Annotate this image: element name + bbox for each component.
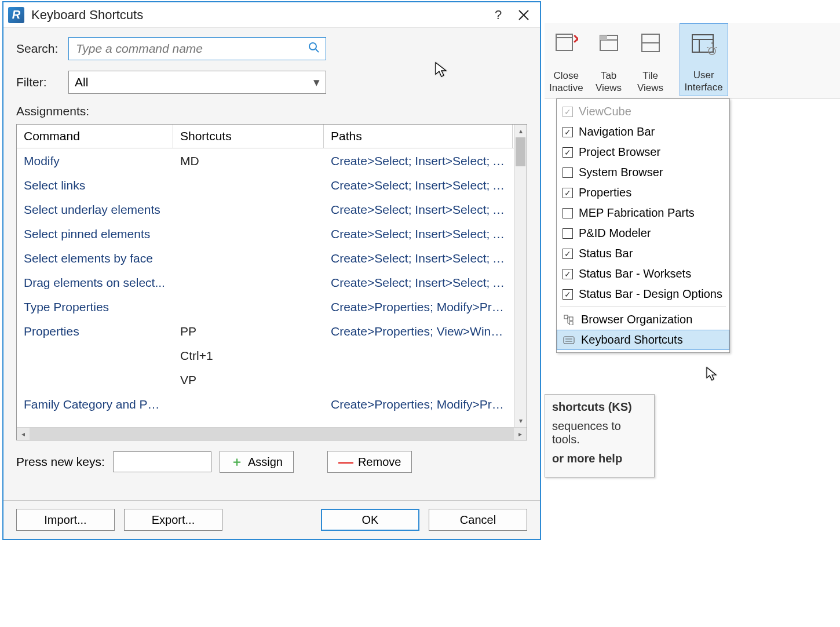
keyboard-icon bbox=[563, 336, 575, 344]
close-inactive-button[interactable]: ✕ Close Inactive bbox=[545, 23, 588, 96]
filter-value: All bbox=[75, 75, 88, 89]
import-button[interactable]: Import... bbox=[16, 509, 115, 531]
table-row[interactable]: Select elements by faceCreate>Select; In… bbox=[17, 246, 527, 270]
tab-views-button[interactable]: Tab Views bbox=[588, 23, 630, 96]
checkbox-icon: ✓ bbox=[563, 127, 573, 137]
help-button[interactable]: ? bbox=[485, 3, 511, 27]
checkbox-icon: ✓ bbox=[563, 289, 573, 300]
checkbox-icon bbox=[563, 167, 573, 178]
column-shortcuts[interactable]: Shortcuts bbox=[173, 125, 324, 148]
cell-shortcut bbox=[173, 270, 324, 294]
chevron-down-icon: ▾ bbox=[313, 75, 320, 89]
dialog-footer: Import... Export... OK Cancel bbox=[3, 500, 540, 539]
search-input[interactable] bbox=[75, 41, 308, 56]
cell-shortcut bbox=[173, 246, 324, 270]
menu-item-properties[interactable]: ✓Properties bbox=[557, 183, 729, 203]
cell-path bbox=[324, 367, 513, 392]
remove-button[interactable]: — Remove bbox=[327, 451, 412, 473]
tree-icon bbox=[563, 315, 575, 325]
horizontal-scrollbar[interactable]: ◂ ▸ bbox=[17, 427, 527, 440]
close-inactive-icon: ✕ bbox=[552, 29, 580, 57]
svg-rect-13 bbox=[569, 322, 573, 325]
press-keys-label: Press new keys: bbox=[16, 455, 105, 469]
menu-item-system-browser[interactable]: System Browser bbox=[557, 162, 729, 183]
assign-label: Assign bbox=[248, 455, 283, 469]
svg-rect-14 bbox=[564, 337, 574, 344]
cell-path: Create>Select; Insert>Select; Ann... bbox=[324, 246, 513, 270]
filter-select[interactable]: All ▾ bbox=[68, 71, 326, 94]
keyboard-shortcuts-dialog: R Keyboard Shortcuts ? Search: Filter: A… bbox=[2, 1, 541, 540]
menu-item-navigation-bar[interactable]: ✓Navigation Bar bbox=[557, 122, 729, 142]
menu-item-keyboard-shortcuts[interactable]: Keyboard Shortcuts bbox=[557, 330, 729, 350]
scroll-up-icon[interactable]: ▴ bbox=[514, 125, 527, 137]
svg-text:✕: ✕ bbox=[572, 32, 578, 46]
menu-item-label: ViewCube bbox=[579, 105, 631, 118]
column-command[interactable]: Command bbox=[17, 125, 173, 148]
export-button[interactable]: Export... bbox=[124, 509, 222, 531]
ok-button[interactable]: OK bbox=[321, 509, 419, 531]
cell-path: Create>Select; Insert>Select; Ann... bbox=[324, 221, 513, 246]
menu-item-mep-fabrication-parts[interactable]: MEP Fabrication Parts bbox=[557, 203, 729, 223]
table-row[interactable]: Family Category and Par...Create>Propert… bbox=[17, 392, 527, 416]
table-row[interactable]: Ctrl+1 bbox=[17, 343, 527, 367]
cell-path: Create>Properties; View>Windo... bbox=[324, 319, 513, 343]
cancel-button[interactable]: Cancel bbox=[429, 509, 527, 531]
cell-path: Create>Select; Insert>Select; Ann... bbox=[324, 173, 513, 197]
cell-command: Select pinned elements bbox=[17, 221, 173, 246]
hscroll-track[interactable] bbox=[30, 428, 514, 440]
cell-path: Create>Select; Insert>Select; Ann... bbox=[324, 270, 513, 294]
svg-rect-11 bbox=[564, 315, 568, 319]
tooltip-help: or more help bbox=[552, 452, 622, 465]
user-interface-icon bbox=[690, 30, 718, 57]
table-row[interactable]: Drag elements on select...Create>Select;… bbox=[17, 270, 527, 294]
scroll-left-icon[interactable]: ◂ bbox=[17, 430, 30, 438]
search-icon[interactable] bbox=[308, 42, 320, 56]
menu-item-status-bar-design-options[interactable]: ✓Status Bar - Design Options bbox=[557, 284, 729, 304]
table-header: Command Shortcuts Paths bbox=[17, 125, 527, 148]
scroll-right-icon[interactable]: ▸ bbox=[514, 430, 527, 438]
table-row[interactable]: Select linksCreate>Select; Insert>Select… bbox=[17, 173, 527, 197]
vertical-scrollbar[interactable]: ▴ ▾ bbox=[514, 125, 527, 427]
close-button[interactable] bbox=[511, 3, 536, 27]
cursor-icon bbox=[706, 366, 718, 384]
menu-item-p-id-modeler[interactable]: P&ID Modeler bbox=[557, 223, 729, 243]
menu-item-label: Project Browser bbox=[579, 145, 660, 159]
table-row[interactable]: ModifyMDCreate>Select; Insert>Select; An… bbox=[17, 148, 527, 173]
menu-item-project-browser[interactable]: ✓Project Browser bbox=[557, 142, 729, 162]
close-icon bbox=[518, 10, 529, 20]
table-row[interactable]: Select underlay elementsCreate>Select; I… bbox=[17, 197, 527, 221]
user-interface-label: User Interface bbox=[685, 70, 723, 93]
menu-item-label: Navigation Bar bbox=[579, 125, 655, 138]
table-row[interactable]: Select pinned elementsCreate>Select; Ins… bbox=[17, 221, 527, 246]
menu-item-label: Properties bbox=[579, 186, 631, 199]
column-paths[interactable]: Paths bbox=[324, 125, 513, 148]
scroll-down-icon[interactable]: ▾ bbox=[514, 414, 527, 427]
menu-item-browser-organization[interactable]: Browser Organization bbox=[557, 309, 729, 330]
menu-separator bbox=[560, 307, 726, 307]
user-interface-button[interactable]: User Interface bbox=[680, 23, 728, 96]
search-box[interactable] bbox=[68, 37, 326, 60]
table-row[interactable]: PropertiesPPCreate>Properties; View>Wind… bbox=[17, 319, 527, 343]
ribbon-section: ✕ Close Inactive Tab Views Tile Views Us… bbox=[545, 23, 840, 99]
cell-path: Create>Properties; Modify>Prope... bbox=[324, 392, 513, 416]
checkbox-icon bbox=[563, 228, 573, 239]
tile-views-button[interactable]: Tile Views bbox=[630, 23, 671, 96]
menu-item-status-bar[interactable]: ✓Status Bar bbox=[557, 243, 729, 264]
search-label: Search: bbox=[16, 42, 68, 56]
menu-item-label: Status Bar bbox=[579, 247, 633, 260]
assign-button[interactable]: ＋ Assign bbox=[220, 451, 294, 473]
table-row[interactable]: VP bbox=[17, 367, 527, 392]
tile-views-icon bbox=[637, 29, 664, 57]
table-row[interactable]: Type PropertiesCreate>Properties; Modify… bbox=[17, 294, 527, 319]
checkbox-icon: ✓ bbox=[563, 249, 573, 259]
press-keys-input[interactable] bbox=[113, 451, 211, 472]
cell-path: Create>Select; Insert>Select; Ann... bbox=[324, 197, 513, 221]
menu-item-status-bar-worksets[interactable]: ✓Status Bar - Worksets bbox=[557, 264, 729, 284]
tab-views-icon bbox=[595, 29, 623, 57]
menu-item-label: Browser Organization bbox=[581, 313, 692, 326]
menu-item-viewcube[interactable]: ✓ViewCube bbox=[557, 101, 729, 122]
tile-views-label: Tile Views bbox=[637, 70, 663, 94]
assignments-table: Command Shortcuts Paths ModifyMDCreate>S… bbox=[16, 124, 527, 440]
scroll-thumb[interactable] bbox=[516, 137, 525, 166]
checkbox-icon bbox=[563, 208, 573, 218]
